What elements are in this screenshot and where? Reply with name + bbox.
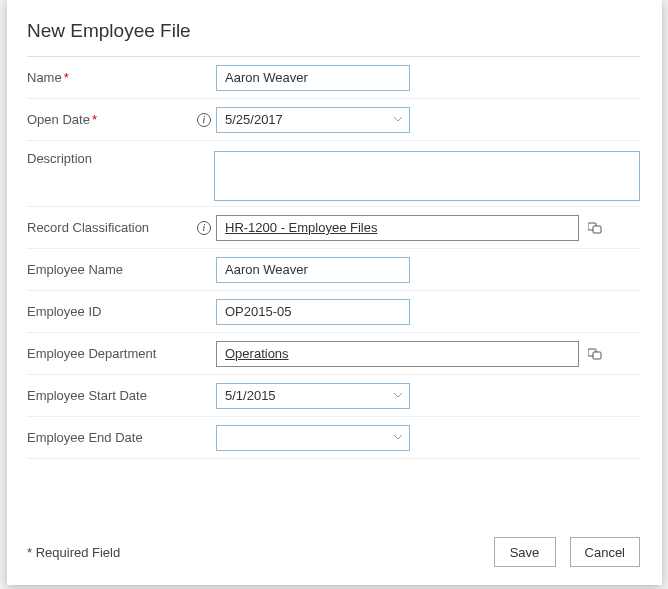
emp-end-dropdown[interactable]	[216, 425, 410, 451]
emp-start-value: 5/1/2015	[217, 384, 387, 408]
info-icon[interactable]: i	[197, 113, 211, 127]
label-name: Name*	[27, 70, 192, 85]
row-emp-end: Employee End Date	[27, 417, 640, 459]
classification-picker[interactable]: HR-1200 - Employee Files	[216, 215, 579, 241]
browse-icon[interactable]	[587, 347, 603, 361]
info-icon[interactable]: i	[197, 221, 211, 235]
emp-dept-picker[interactable]: Operations	[216, 341, 579, 367]
row-description: Description	[27, 141, 640, 207]
chevron-down-icon	[387, 384, 409, 408]
required-star: *	[64, 70, 69, 85]
row-emp-id: Employee ID	[27, 291, 640, 333]
emp-id-input[interactable]	[216, 299, 410, 325]
label-open-date: Open Date*	[27, 112, 192, 127]
chevron-down-icon	[387, 426, 409, 450]
emp-end-value	[217, 426, 387, 450]
chevron-down-icon	[387, 108, 409, 132]
label-emp-id: Employee ID	[27, 304, 192, 319]
open-date-dropdown[interactable]: 5/25/2017	[216, 107, 410, 133]
label-emp-start: Employee Start Date	[27, 388, 192, 403]
save-button[interactable]: Save	[494, 537, 556, 567]
row-emp-dept: Employee Department Operations	[27, 333, 640, 375]
row-name: Name*	[27, 57, 640, 99]
label-emp-end: Employee End Date	[27, 430, 192, 445]
row-open-date: Open Date* i 5/25/2017	[27, 99, 640, 141]
name-input[interactable]	[216, 65, 410, 91]
emp-name-input[interactable]	[216, 257, 410, 283]
open-date-value: 5/25/2017	[217, 108, 387, 132]
required-note: * Required Field	[27, 545, 120, 560]
row-emp-name: Employee Name	[27, 249, 640, 291]
emp-start-dropdown[interactable]: 5/1/2015	[216, 383, 410, 409]
row-emp-start: Employee Start Date 5/1/2015	[27, 375, 640, 417]
browse-icon[interactable]	[587, 221, 603, 235]
new-employee-dialog: New Employee File Name* Open Date* i 5/2…	[7, 0, 662, 585]
label-emp-dept: Employee Department	[27, 346, 192, 361]
page-title: New Employee File	[27, 20, 640, 42]
cancel-button[interactable]: Cancel	[570, 537, 640, 567]
row-classification: Record Classification i HR-1200 - Employ…	[27, 207, 640, 249]
label-description: Description	[27, 151, 190, 166]
description-input[interactable]	[214, 151, 640, 201]
svg-rect-3	[593, 352, 601, 359]
dialog-footer: * Required Field Save Cancel	[27, 537, 640, 567]
svg-rect-1	[593, 226, 601, 233]
label-classification: Record Classification	[27, 220, 192, 235]
label-emp-name: Employee Name	[27, 262, 192, 277]
required-star: *	[92, 112, 97, 127]
